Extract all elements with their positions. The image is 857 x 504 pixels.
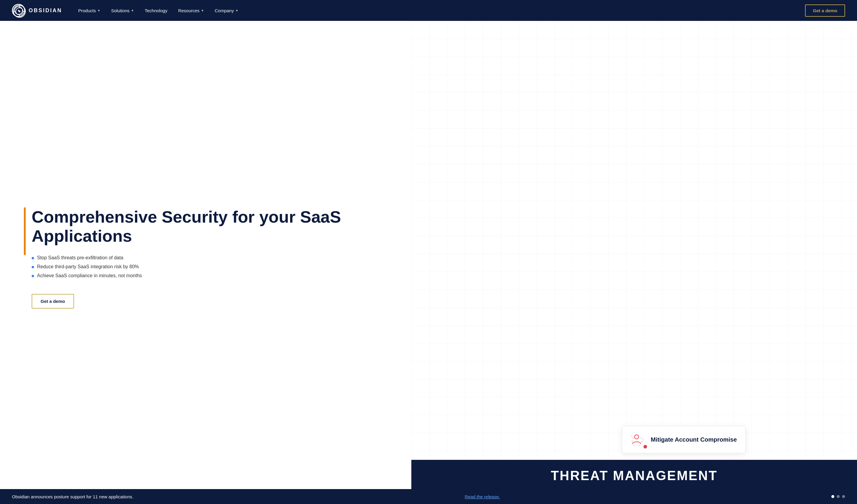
bottom-announcement-bar: Obsidian announces posture support for 1…	[0, 489, 857, 504]
hero-bullets: Stop SaaS threats pre-exfiltration of da…	[32, 255, 393, 282]
nav-link-technology[interactable]: Technology	[140, 6, 172, 16]
nav-link-company[interactable]: Company ▼	[211, 6, 242, 16]
hero-left: Comprehensive Security for your SaaS App…	[0, 21, 411, 489]
svg-point-14	[639, 445, 640, 446]
account-compromise-icon	[631, 432, 645, 447]
svg-point-12	[641, 441, 642, 442]
nav-demo-button[interactable]: Get a demo	[805, 4, 845, 17]
hero-heading-wrapper: Comprehensive Security for your SaaS App…	[24, 207, 393, 256]
svg-point-15	[643, 439, 643, 440]
hero-demo-button[interactable]: Get a demo	[32, 294, 74, 309]
nav-link-resources[interactable]: Resources ▼	[174, 6, 208, 16]
chevron-down-icon: ▼	[97, 9, 100, 12]
bullet-item-2: Reduce third-party SaaS integration risk…	[32, 264, 393, 270]
hero-right: Mitigate Account Compromise THREAT MANAG…	[411, 21, 857, 489]
threat-management-section: THREAT MANAGEMENT	[411, 460, 857, 489]
chevron-down-icon: ▼	[131, 9, 134, 12]
bullet-dot-icon	[32, 257, 34, 259]
carousel-dots	[831, 495, 845, 498]
svg-point-10	[632, 441, 633, 441]
mitigate-card: Mitigate Account Compromise	[622, 426, 745, 453]
logo-icon	[12, 4, 25, 17]
svg-point-13	[634, 445, 635, 446]
svg-point-11	[641, 438, 642, 439]
release-link[interactable]: Read the release.	[465, 494, 500, 499]
navigation: OBSIDIAN Products ▼ Solutions ▼ Technolo…	[0, 0, 857, 21]
bullet-item-1: Stop SaaS threats pre-exfiltration of da…	[32, 255, 393, 261]
svg-rect-7	[411, 21, 857, 489]
threat-management-title: THREAT MANAGEMENT	[423, 468, 845, 483]
chevron-down-icon: ▼	[201, 9, 204, 12]
nav-links: Products ▼ Solutions ▼ Technology Resour…	[74, 6, 242, 16]
svg-point-2	[18, 11, 20, 12]
carousel-dot-3[interactable]	[842, 495, 845, 498]
bullet-dot-icon	[32, 266, 34, 268]
chevron-down-icon: ▼	[235, 9, 238, 12]
bullet-item-3: Achieve SaaS compliance in minutes, not …	[32, 273, 393, 278]
svg-point-16	[631, 436, 632, 437]
logo-area: OBSIDIAN	[12, 4, 62, 17]
nav-link-solutions[interactable]: Solutions ▼	[107, 6, 138, 16]
svg-point-8	[634, 435, 638, 439]
nav-link-products[interactable]: Products ▼	[74, 6, 104, 16]
bullet-dot-icon	[32, 275, 34, 277]
card-title: Mitigate Account Compromise	[651, 436, 737, 443]
hero-section: Comprehensive Security for your SaaS App…	[0, 21, 857, 489]
carousel-dot-2[interactable]	[837, 495, 840, 498]
orange-accent-bar	[24, 207, 26, 256]
grid-background	[411, 21, 857, 489]
svg-point-9	[633, 438, 634, 439]
hero-heading: Comprehensive Security for your SaaS App…	[32, 207, 393, 246]
announcement-text: Obsidian announces posture support for 1…	[12, 494, 133, 499]
carousel-dot-1[interactable]	[831, 495, 834, 498]
red-dot-indicator	[642, 444, 648, 449]
logo-text: OBSIDIAN	[29, 7, 62, 14]
nav-left: OBSIDIAN Products ▼ Solutions ▼ Technolo…	[12, 4, 242, 17]
